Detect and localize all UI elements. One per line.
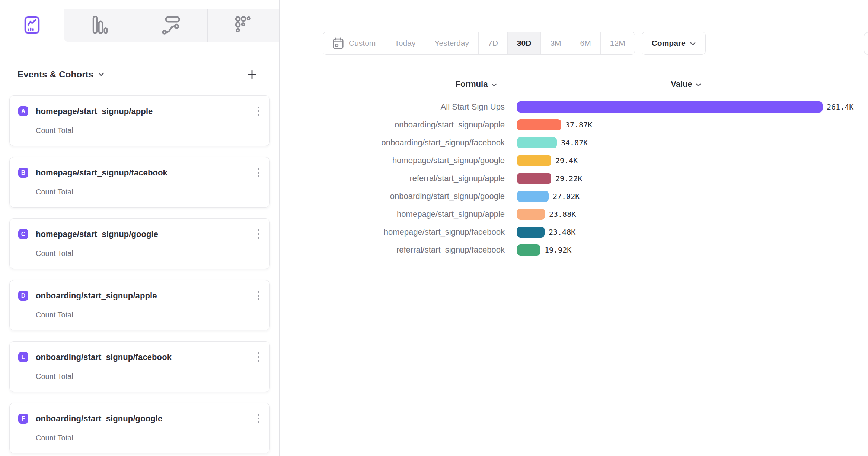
chart-bar[interactable] (517, 155, 551, 166)
event-metric[interactable]: Count Total (36, 249, 73, 258)
chart-bar[interactable] (517, 244, 540, 256)
compare-label: Compare (652, 39, 686, 48)
date-range-option[interactable]: 6M (571, 32, 600, 54)
date-range-option[interactable]: Yesterday (425, 32, 478, 54)
date-range-label: Today (395, 39, 415, 48)
report-canvas: Custom Today Yesterday 7D 30D (280, 0, 868, 456)
event-card[interactable]: A homepage/start_signup/apple Count Tota… (9, 95, 270, 146)
date-range-option[interactable]: 30D (507, 32, 541, 54)
date-range-label: 3M (550, 39, 561, 48)
event-title: homepage/start_signup/google (36, 229, 158, 239)
chart-row-label[interactable]: referral/start_signup/apple (280, 174, 505, 183)
plus-icon (247, 75, 257, 81)
chart-bar[interactable] (517, 137, 557, 148)
bar-chart-icon (91, 15, 108, 37)
chart-bar-value: 29.22K (555, 174, 582, 183)
event-letter-badge: C (18, 229, 28, 239)
event-metric[interactable]: Count Total (36, 188, 73, 196)
chart-bar-value: 37.87K (565, 120, 592, 129)
chart-row: All Start Sign Ups 261.4K (280, 98, 868, 116)
event-metric[interactable]: Count Total (36, 372, 73, 381)
chart-bar-value: 261.4K (827, 102, 853, 111)
chart-row-label[interactable]: homepage/start_signup/apple (280, 209, 505, 219)
chart-row-label[interactable]: referral/start_signup/facebook (280, 245, 505, 255)
date-range-option[interactable]: 7D (478, 32, 507, 54)
chart-row-label[interactable]: All Start Sign Ups (280, 102, 505, 112)
kebab-menu-icon[interactable] (256, 351, 261, 363)
event-card-list: A homepage/start_signup/apple Count Tota… (9, 95, 270, 453)
tab-insights[interactable] (0, 9, 64, 42)
date-range-label: 12M (610, 39, 625, 48)
chart-bar-value: 27.02K (553, 192, 580, 201)
event-title: onboarding/start_signup/google (36, 414, 162, 424)
flows-icon (162, 15, 181, 36)
chart-bar[interactable] (517, 119, 561, 130)
chart-bar[interactable] (517, 209, 545, 220)
chart-row: homepage/start_signup/facebook 23.48K (280, 223, 868, 241)
chart-bar[interactable] (517, 191, 549, 202)
event-card[interactable]: E onboarding/start_signup/facebook Count… (9, 341, 270, 392)
date-range-option[interactable]: 12M (600, 32, 635, 54)
date-range-label: 6M (580, 39, 591, 48)
chart-row: referral/start_signup/apple 29.22K (280, 170, 868, 187)
value-column-header[interactable]: Value (671, 79, 701, 89)
event-metric[interactable]: Count Total (36, 434, 73, 442)
events-panel: Events & Cohorts A homepage/start_signup… (0, 66, 279, 453)
kebab-menu-icon[interactable] (256, 412, 261, 425)
calendar-icon (332, 37, 344, 50)
chart-row-label[interactable]: onboarding/start_signup/facebook (280, 138, 505, 148)
chart-row-label[interactable]: homepage/start_signup/facebook (280, 227, 505, 237)
tab-flows[interactable] (135, 9, 207, 42)
insights-line-chart-icon (24, 16, 40, 35)
event-title: homepage/start_signup/facebook (36, 168, 167, 178)
chart-row: onboarding/start_signup/apple 37.87K (280, 116, 868, 134)
report-type-tabbar (0, 0, 279, 42)
add-event-button[interactable] (245, 68, 259, 81)
chart-row-label[interactable]: homepage/start_signup/google (280, 156, 505, 165)
event-title: onboarding/start_signup/facebook (36, 352, 172, 362)
chart-bar-value: 23.88K (549, 210, 576, 219)
tab-bar-report[interactable] (64, 9, 135, 42)
event-metric[interactable]: Count Total (36, 126, 73, 135)
event-card[interactable]: B homepage/start_signup/facebook Count T… (9, 157, 270, 208)
event-card[interactable]: C homepage/start_signup/google Count Tot… (9, 218, 270, 269)
formula-column-header[interactable]: Formula (456, 79, 497, 89)
insights-report-app: Events & Cohorts A homepage/start_signup… (0, 0, 868, 456)
tab-retention[interactable] (207, 9, 279, 42)
chevron-down-icon (491, 79, 497, 89)
compare-button[interactable]: Compare (642, 32, 706, 55)
date-range-label: 30D (517, 39, 532, 48)
chart-bar[interactable] (517, 101, 823, 113)
chart-row: onboarding/start_signup/facebook 34.07K (280, 134, 868, 152)
truncated-edge-button[interactable] (864, 32, 868, 55)
event-letter-badge: A (18, 106, 28, 116)
chart-row-label[interactable]: onboarding/start_signup/apple (280, 120, 505, 130)
date-range-label: Custom (349, 39, 376, 48)
event-letter-badge: D (18, 291, 28, 301)
event-letter-badge: B (18, 168, 28, 178)
events-cohorts-header[interactable]: Events & Cohorts (17, 69, 104, 80)
kebab-menu-icon[interactable] (256, 167, 261, 179)
chart-bar-value: 34.07K (561, 138, 588, 147)
chart-bar-value: 29.4K (555, 156, 578, 165)
date-range-option[interactable]: Custom (323, 32, 385, 54)
date-toolbar: Custom Today Yesterday 7D 30D (323, 32, 706, 55)
chart-row-label[interactable]: onboarding/start_signup/google (280, 191, 505, 201)
event-card[interactable]: F onboarding/start_signup/google Count T… (9, 403, 270, 453)
chart-bar[interactable] (517, 227, 545, 238)
date-range-label: Yesterday (434, 39, 469, 48)
chart-row: onboarding/start_signup/google 27.02K (280, 187, 868, 205)
chart-bar[interactable] (517, 173, 551, 184)
date-range-option[interactable]: 3M (540, 32, 570, 54)
kebab-menu-icon[interactable] (256, 228, 261, 240)
events-cohorts-label: Events & Cohorts (17, 69, 94, 80)
panel-header: Events & Cohorts (9, 66, 270, 83)
event-metric[interactable]: Count Total (36, 311, 73, 319)
date-range-option[interactable]: Today (385, 32, 425, 54)
chart-row: homepage/start_signup/apple 23.88K (280, 205, 868, 223)
event-card[interactable]: D onboarding/start_signup/apple Count To… (9, 280, 270, 330)
kebab-menu-icon[interactable] (256, 289, 261, 302)
chevron-down-icon (98, 71, 104, 78)
bar-chart: All Start Sign Ups 261.4K onboarding/sta… (280, 98, 868, 259)
kebab-menu-icon[interactable] (256, 105, 261, 117)
